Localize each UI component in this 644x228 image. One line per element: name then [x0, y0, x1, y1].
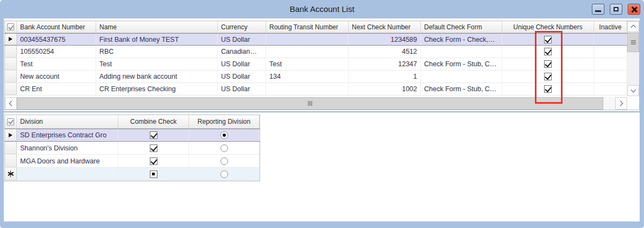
cell-currency[interactable]: US Dollar	[218, 34, 266, 45]
column-header-reporting-division[interactable]: Reporting Division	[189, 115, 260, 129]
cell-next-check-number[interactable]: 4512	[349, 46, 421, 58]
cell-reporting-division	[189, 142, 260, 154]
division-grid-header: Division Combine Check Reporting Divisio…	[5, 115, 260, 129]
cell-default-check-form[interactable]: Check Form - Stub, C…	[421, 58, 502, 70]
row-selector[interactable]	[5, 58, 17, 70]
cell-routing-transit-number[interactable]	[266, 34, 349, 45]
cell-division[interactable]: Shannon's Division	[17, 142, 118, 154]
table-row[interactable]: MGA Doors and Hardware	[5, 155, 260, 168]
cell-inactive[interactable]	[594, 34, 627, 45]
cell-currency[interactable]: US Dollar	[218, 83, 266, 95]
combine-check-checkbox[interactable]	[150, 144, 157, 152]
column-header-combine-check[interactable]: Combine Check	[118, 115, 189, 129]
column-header-division[interactable]: Division	[17, 115, 118, 129]
cell-reporting-division	[189, 155, 260, 167]
scroll-right-button[interactable]	[615, 97, 627, 110]
table-row[interactable]: 003455437675 First Bank of Money TEST US…	[5, 33, 627, 46]
new-row-selector[interactable]	[5, 168, 17, 180]
maximize-button[interactable]	[610, 4, 622, 15]
scroll-down-button[interactable]	[627, 85, 639, 96]
reporting-division-radio[interactable]	[220, 131, 228, 139]
select-all-header-cell[interactable]	[5, 21, 17, 33]
table-row[interactable]: New account Adding new bank account US D…	[5, 71, 627, 83]
horizontal-scrollbar-thumb[interactable]	[17, 97, 603, 110]
column-header-name[interactable]: Name	[96, 21, 218, 33]
cell-division[interactable]: SD Enterprises Contract Gro	[17, 129, 118, 141]
cell-bank-account-number[interactable]: 003455437675	[17, 34, 96, 45]
horizontal-scrollbar[interactable]	[5, 97, 627, 110]
column-header-default-check-form[interactable]: Default Check Form	[421, 21, 502, 33]
minimize-button[interactable]	[592, 4, 604, 15]
vertical-scrollbar-thumb[interactable]	[627, 33, 639, 52]
reporting-division-radio[interactable]	[220, 144, 228, 152]
cell-default-check-form[interactable]	[421, 71, 502, 83]
row-selector[interactable]	[5, 46, 17, 58]
cell-name[interactable]: First Bank of Money TEST	[96, 34, 218, 45]
cell-default-check-form[interactable]: Check Form - Check,…	[421, 34, 502, 45]
cell-bank-account-number[interactable]: 105550254	[17, 46, 96, 58]
combine-check-checkbox[interactable]	[150, 157, 157, 165]
table-row[interactable]: CR Ent CR Enterprises Checking US Dollar…	[5, 83, 627, 96]
cell-next-check-number[interactable]: 1	[349, 71, 421, 83]
current-row-arrow-icon	[9, 37, 12, 41]
cell-division[interactable]: MGA Doors and Hardware	[17, 155, 118, 167]
cell-routing-transit-number[interactable]: Test	[266, 58, 349, 70]
table-row[interactable]: 105550254 RBC Canadian… 4512	[5, 46, 627, 58]
cell-bank-account-number[interactable]: CR Ent	[17, 83, 96, 95]
cell-inactive[interactable]	[594, 58, 627, 70]
cell-default-check-form[interactable]: Check Form - Stub, C…	[421, 83, 502, 95]
row-selector[interactable]	[5, 83, 17, 95]
column-header-bank-account-number[interactable]: Bank Account Number	[17, 21, 96, 33]
cell-division[interactable]	[17, 168, 118, 180]
cell-bank-account-number[interactable]: Test	[17, 58, 96, 70]
cell-next-check-number[interactable]: 1234589	[349, 34, 421, 45]
row-selector[interactable]	[5, 155, 17, 167]
cell-default-check-form[interactable]	[421, 46, 502, 58]
cell-routing-transit-number[interactable]	[266, 83, 349, 95]
table-row[interactable]: Shannon's Division	[5, 142, 260, 155]
cell-name[interactable]: RBC	[96, 46, 218, 58]
combine-check-checkbox[interactable]	[150, 131, 157, 139]
cell-inactive[interactable]	[594, 83, 627, 95]
cell-combine-check	[118, 142, 189, 154]
vertical-scrollbar[interactable]	[627, 21, 639, 96]
current-row-arrow-icon	[9, 133, 12, 137]
cell-routing-transit-number[interactable]	[266, 46, 349, 58]
maximize-icon	[614, 7, 618, 11]
cell-combine-check	[118, 129, 189, 141]
table-row[interactable]: Test Test US Dollar Test 12347 Check For…	[5, 58, 627, 71]
cell-bank-account-number[interactable]: New account	[17, 71, 96, 83]
column-header-inactive[interactable]: Inactive	[594, 21, 627, 33]
select-all-header-cell[interactable]	[5, 115, 17, 129]
cell-name[interactable]: Adding new bank account	[96, 71, 218, 83]
column-header-currency[interactable]: Currency	[218, 21, 266, 33]
combine-check-checkbox[interactable]	[150, 170, 157, 178]
table-row[interactable]: SD Enterprises Contract Gro	[5, 129, 260, 142]
scroll-left-button[interactable]	[5, 97, 17, 110]
row-selector[interactable]	[5, 34, 17, 45]
scroll-up-button[interactable]	[627, 21, 639, 32]
cell-name[interactable]: CR Enterprises Checking	[96, 83, 218, 95]
cell-inactive[interactable]	[594, 46, 627, 58]
column-header-next-check-number[interactable]: Next Check Number	[349, 21, 421, 33]
cell-currency[interactable]: US Dollar	[218, 71, 266, 83]
cell-next-check-number[interactable]: 12347	[349, 58, 421, 70]
reporting-division-radio[interactable]	[220, 157, 228, 165]
table-row[interactable]	[5, 168, 260, 181]
cell-inactive[interactable]	[594, 71, 627, 83]
cell-currency[interactable]: US Dollar	[218, 58, 266, 70]
close-button[interactable]	[628, 4, 640, 15]
cell-name[interactable]: Test	[96, 58, 218, 70]
cell-currency[interactable]: Canadian…	[218, 46, 266, 58]
column-header-routing-transit-number[interactable]: Routing Transit Number	[266, 21, 349, 33]
cell-next-check-number[interactable]: 1002	[349, 83, 421, 95]
row-selector[interactable]	[5, 129, 17, 141]
minimize-icon	[595, 10, 601, 12]
reporting-division-radio[interactable]	[220, 170, 228, 178]
row-selector[interactable]	[5, 142, 17, 154]
cell-reporting-division	[189, 129, 260, 141]
chevron-right-icon	[618, 101, 623, 106]
row-selector[interactable]	[5, 71, 17, 83]
cell-routing-transit-number[interactable]: 134	[266, 71, 349, 83]
bank-account-grid-header: Bank Account Number Name Currency Routin…	[5, 21, 627, 33]
